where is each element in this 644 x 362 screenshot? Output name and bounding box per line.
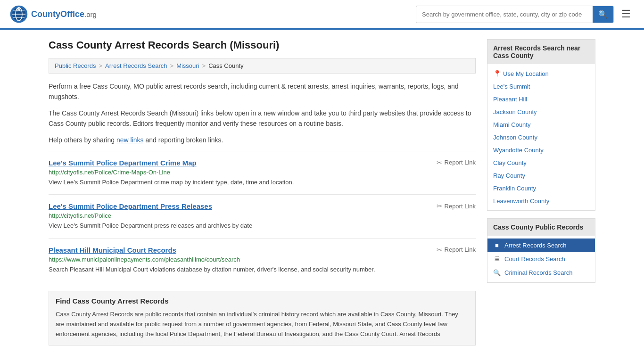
sidebar-nearby-title: Arrest Records Search near Cass County [487, 40, 595, 64]
sidebar-nearby-6: Clay County [487, 156, 595, 169]
report-link-btn-2[interactable]: ✂ Report Link [437, 202, 476, 210]
sidebar-public-records-title: Cass County Public Records [487, 219, 595, 236]
description-2: The Cass County Arrest Records Search (M… [49, 108, 476, 129]
sidebar-nearby-3: Miami County [487, 118, 595, 131]
search-button[interactable]: 🔍 [593, 6, 613, 23]
desc3-suffix: and reporting broken links. [144, 136, 223, 144]
site-header: CountyOffice.org 🔍 ☰ [0, 0, 644, 30]
desc3-prefix: Help others by sharing [49, 136, 116, 144]
breadcrumb-arrest-records[interactable]: Arrest Records Search [105, 62, 167, 69]
sidebar-use-location-link[interactable]: 📍 Use My Location [487, 67, 595, 80]
sidebar-nearby-leavenworth-county[interactable]: Leavenworth County [487, 195, 595, 207]
sidebar-nearby-links: 📍 Use My Location Lee's Summit Pleasant … [487, 64, 595, 210]
breadcrumb-sep-1: > [99, 62, 102, 69]
criminal-records-icon: 🔍 [493, 269, 501, 276]
sidebar-nearby-5: Wyandotte County [487, 144, 595, 156]
record-url-1[interactable]: http://cityofls.net/Police/Crime-Maps-On… [49, 169, 476, 176]
logo-suffix-text: .org [84, 10, 97, 18]
record-item-2: Lee's Summit Police Department Press Rel… [49, 194, 476, 238]
arrest-records-icon: ■ [493, 242, 501, 249]
description-1: Perform a free Cass County, MO public ar… [49, 81, 476, 102]
sidebar-use-location-item: 📍 Use My Location [487, 67, 595, 80]
record-desc-1: View Lee's Summit Police Department crim… [49, 178, 476, 187]
sidebar-nearby-lees-summit[interactable]: Lee's Summit [487, 80, 595, 93]
record-title-1[interactable]: Lee's Summit Police Department Crime Map [49, 159, 197, 167]
report-label-1: Report Link [445, 159, 476, 166]
report-label-3: Report Link [445, 246, 476, 253]
record-url-2[interactable]: http://cityofls.net/Police [49, 212, 476, 219]
sidebar-public-0: ■ Arrest Records Search [487, 239, 595, 252]
record-item-1: Lee's Summit Police Department Crime Map… [49, 151, 476, 195]
report-icon-2: ✂ [437, 202, 442, 210]
sidebar-nearby-4: Johnson County [487, 131, 595, 144]
arrest-records-label: Arrest Records Search [504, 242, 567, 249]
record-title-2[interactable]: Lee's Summit Police Department Press Rel… [49, 202, 212, 210]
record-url-3[interactable]: https://www.municipalonlinepayments.com/… [49, 256, 476, 263]
sidebar-nearby-9: Leavenworth County [487, 195, 595, 207]
sidebar-nearby-wyandotte-county[interactable]: Wyandotte County [487, 144, 595, 156]
sidebar-nearby-2: Jackson County [487, 106, 595, 118]
record-title-3[interactable]: Pleasant Hill Municipal Court Records [49, 246, 176, 254]
sidebar-criminal-records-link[interactable]: 🔍 Criminal Records Search [487, 266, 595, 280]
description-3: Help others by sharing new links and rep… [49, 135, 476, 145]
court-records-icon: 🏛 [493, 255, 501, 263]
sidebar-nearby-johnson-county[interactable]: Johnson County [487, 131, 595, 144]
logo-wordmark: CountyOffice.org [31, 9, 97, 19]
breadcrumb-cass-county: Cass County [208, 62, 243, 69]
breadcrumb: Public Records > Arrest Records Search >… [49, 58, 476, 74]
record-desc-3: Search Pleasant Hill Municipal Court vio… [49, 265, 476, 274]
find-section: Find Cass County Arrest Records Cass Cou… [49, 291, 476, 345]
sidebar-nearby-box: Arrest Records Search near Cass County 📍… [487, 39, 595, 211]
report-link-btn-3[interactable]: ✂ Report Link [437, 246, 476, 254]
sidebar-public-records-links: ■ Arrest Records Search 🏛 Court Records … [487, 236, 595, 282]
use-location-label: Use My Location [503, 70, 549, 77]
court-records-label: Court Records Search [504, 255, 565, 263]
record-item-2-header: Lee's Summit Police Department Press Rel… [49, 202, 476, 210]
report-icon-1: ✂ [437, 159, 442, 166]
record-item-3-header: Pleasant Hill Municipal Court Records ✂ … [49, 246, 476, 254]
search-input[interactable] [416, 7, 593, 22]
page-title: Cass County Arrest Records Search (Misso… [49, 39, 476, 51]
breadcrumb-sep-3: > [202, 62, 206, 69]
hamburger-button[interactable]: ☰ [618, 6, 635, 22]
sidebar-arrest-records-link[interactable]: ■ Arrest Records Search [487, 239, 595, 252]
report-icon-3: ✂ [437, 246, 442, 254]
sidebar-nearby-jackson-county[interactable]: Jackson County [487, 106, 595, 118]
breadcrumb-missouri[interactable]: Missouri [176, 62, 199, 69]
report-link-btn-1[interactable]: ✂ Report Link [437, 159, 476, 166]
sidebar-nearby-franklin-county[interactable]: Franklin County [487, 182, 595, 195]
sidebar-nearby-miami-county[interactable]: Miami County [487, 118, 595, 131]
breadcrumb-public-records[interactable]: Public Records [55, 62, 96, 69]
sidebar-nearby-7: Ray County [487, 169, 595, 182]
sidebar-nearby-0: Lee's Summit [487, 80, 595, 93]
breadcrumb-sep-2: > [170, 62, 174, 69]
sidebar-nearby-pleasant-hill[interactable]: Pleasant Hill [487, 93, 595, 106]
report-label-2: Report Link [445, 203, 476, 210]
sidebar-court-records-link[interactable]: 🏛 Court Records Search [487, 252, 595, 266]
logo-icon [9, 5, 28, 24]
sidebar-public-records-box: Cass County Public Records ■ Arrest Reco… [487, 218, 595, 283]
record-item-3: Pleasant Hill Municipal Court Records ✂ … [49, 238, 476, 282]
find-section-text: Cass County Arrest Records are public re… [56, 310, 469, 339]
search-bar: 🔍 [416, 6, 614, 23]
record-item-1-header: Lee's Summit Police Department Crime Map… [49, 159, 476, 167]
sidebar-public-1: 🏛 Court Records Search [487, 252, 595, 266]
sidebar-nearby-8: Franklin County [487, 182, 595, 195]
content-area: Cass County Arrest Records Search (Misso… [49, 39, 476, 346]
logo[interactable]: CountyOffice.org [9, 5, 97, 24]
main-container: Cass County Arrest Records Search (Misso… [39, 30, 605, 355]
sidebar-public-2: 🔍 Criminal Records Search [487, 266, 595, 280]
criminal-records-label: Criminal Records Search [504, 269, 573, 276]
new-links-link[interactable]: new links [116, 136, 144, 144]
record-desc-2: View Lee's Summit Police Department pres… [49, 221, 476, 230]
sidebar-nearby-1: Pleasant Hill [487, 93, 595, 106]
location-icon: 📍 [493, 70, 501, 77]
sidebar-nearby-clay-county[interactable]: Clay County [487, 156, 595, 169]
sidebar: Arrest Records Search near Cass County 📍… [487, 39, 595, 346]
logo-name-text: CountyOffice [31, 9, 84, 19]
header-right: 🔍 ☰ [416, 6, 635, 23]
find-section-title: Find Cass County Arrest Records [56, 297, 469, 305]
sidebar-nearby-ray-county[interactable]: Ray County [487, 169, 595, 182]
